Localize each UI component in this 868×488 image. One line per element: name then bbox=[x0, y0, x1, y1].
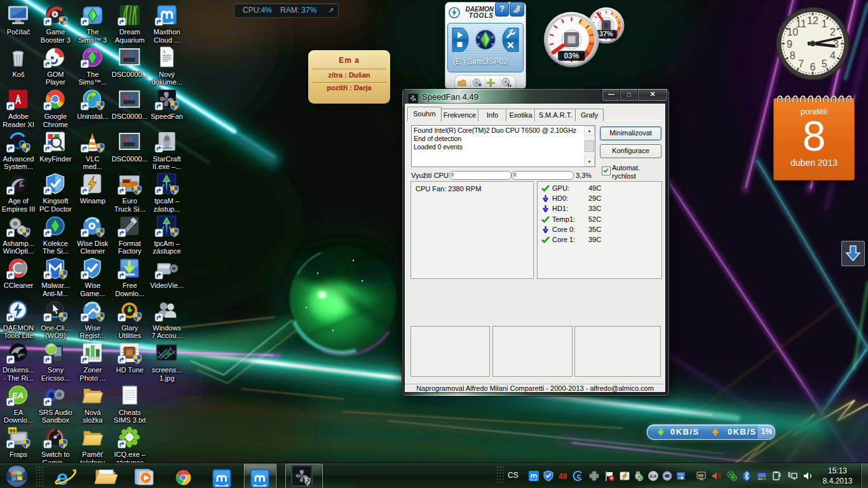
svg-text:12: 12 bbox=[807, 15, 818, 26]
svg-text:11: 11 bbox=[796, 18, 806, 29]
svg-text:6: 6 bbox=[810, 62, 815, 72]
svg-text:03%: 03% bbox=[564, 51, 579, 60]
svg-text:A: A bbox=[162, 49, 166, 55]
svg-text:EA: EA bbox=[650, 473, 657, 479]
svg-text:99: 99 bbox=[698, 473, 703, 478]
svg-text:C: C bbox=[577, 473, 581, 480]
svg-text:37%: 37% bbox=[599, 30, 613, 37]
svg-text:7: 7 bbox=[798, 58, 804, 69]
svg-text:2: 2 bbox=[830, 27, 836, 37]
svg-text:8: 8 bbox=[790, 50, 796, 61]
svg-text:4: 4 bbox=[830, 50, 836, 61]
svg-text:9: 9 bbox=[787, 39, 792, 50]
svg-text:99: 99 bbox=[10, 428, 16, 435]
svg-text:5: 5 bbox=[822, 58, 827, 69]
svg-text:49: 49 bbox=[559, 472, 567, 481]
svg-text:1: 1 bbox=[822, 18, 827, 29]
